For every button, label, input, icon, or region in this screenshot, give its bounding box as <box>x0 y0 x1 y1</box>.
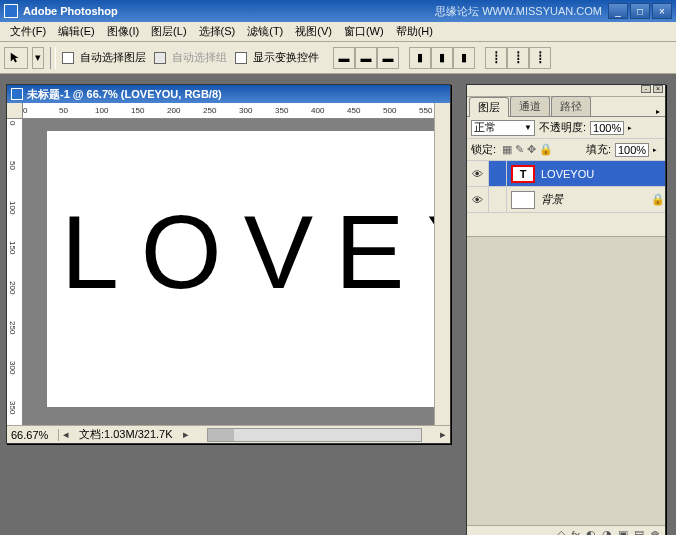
menu-view[interactable]: 视图(V) <box>289 22 338 41</box>
tab-layers[interactable]: 图层 <box>469 97 509 117</box>
menu-window[interactable]: 窗口(W) <box>338 22 390 41</box>
ruler-corner <box>7 103 23 119</box>
document-titlebar[interactable]: 未标题-1 @ 66.7% (LOVEYOU, RGB/8) <box>7 85 450 103</box>
menu-layer[interactable]: 图层(L) <box>145 22 192 41</box>
scrollbar-horizontal[interactable] <box>207 428 422 442</box>
canvas-viewport[interactable]: LOVEY <box>23 119 434 425</box>
align-top-button[interactable]: ▬ <box>333 47 355 69</box>
fill-slider-arrow[interactable]: ▸ <box>653 146 661 154</box>
docsize-readout[interactable]: 文档:1.03M/321.7K <box>73 427 179 442</box>
options-bar: ▾ 自动选择图层 自动选择组 显示变换控件 ▬ ▬ ▬ ▮ ▮ ▮ ┋ ┋ ┋ <box>0 42 676 74</box>
align-right-button[interactable]: ▮ <box>453 47 475 69</box>
zoom-field[interactable]: 66.67% <box>7 429 59 441</box>
layer-name[interactable]: LOVEYOU <box>539 168 665 180</box>
layer-row-background[interactable]: 👁 背景 🔒 <box>467 187 665 213</box>
status-scroll-left[interactable]: ◂ <box>59 428 73 441</box>
layer-mask-button[interactable]: ◐ <box>586 528 596 535</box>
scrollbar-vertical[interactable] <box>434 103 450 425</box>
layers-panel[interactable]: - × 图层 通道 路径 ▸ 正常▼ 不透明度: 100% ▸ 锁定: ▦ ✎ … <box>466 84 666 535</box>
app-icon <box>4 4 18 18</box>
fill-field[interactable]: 100% <box>615 143 649 157</box>
close-button[interactable]: × <box>652 3 672 19</box>
new-layer-button[interactable]: ▤ <box>634 528 644 535</box>
align-group-1: ▬ ▬ ▬ <box>333 47 399 69</box>
distribute-top-button[interactable]: ┋ <box>485 47 507 69</box>
link-column[interactable] <box>489 161 507 186</box>
show-transform-checkbox[interactable] <box>235 52 247 64</box>
lock-transparent-icon[interactable]: ▦ <box>502 143 512 156</box>
lock-row: 锁定: ▦ ✎ ✥ 🔒 填充: 100% ▸ <box>467 139 665 161</box>
layer-thumb-text[interactable]: T <box>511 165 535 183</box>
distribute-group-1: ┋ ┋ ┋ <box>485 47 551 69</box>
menu-filter[interactable]: 滤镜(T) <box>241 22 289 41</box>
opacity-field[interactable]: 100% <box>590 121 624 135</box>
tab-paths[interactable]: 路径 <box>551 96 591 116</box>
menu-select[interactable]: 选择(S) <box>193 22 242 41</box>
canvas-text-loveyou[interactable]: LOVEY <box>47 193 434 312</box>
document-window[interactable]: 未标题-1 @ 66.7% (LOVEYOU, RGB/8) 050100150… <box>6 84 451 444</box>
menubar: 文件(F) 编辑(E) 图像(I) 图层(L) 选择(S) 滤镜(T) 视图(V… <box>0 22 676 42</box>
link-layers-button[interactable]: ⬙ <box>557 528 565 535</box>
app-title: Adobe Photoshop <box>23 5 118 17</box>
menu-help[interactable]: 帮助(H) <box>390 22 439 41</box>
align-left-button[interactable]: ▮ <box>409 47 431 69</box>
lock-all-icon[interactable]: 🔒 <box>539 143 553 156</box>
auto-select-group-checkbox <box>154 52 166 64</box>
panel-empty-area <box>467 237 665 531</box>
opacity-slider-arrow[interactable]: ▸ <box>628 124 636 132</box>
separator <box>50 47 56 69</box>
distribute-vcenter-button[interactable]: ┋ <box>507 47 529 69</box>
minimize-button[interactable]: _ <box>608 3 628 19</box>
auto-select-layer-label: 自动选择图层 <box>80 50 146 65</box>
lock-pixels-icon[interactable]: ✎ <box>515 143 524 156</box>
link-column[interactable] <box>489 187 507 212</box>
lock-label: 锁定: <box>471 142 496 157</box>
titlebar: Adobe Photoshop 思缘论坛 WWW.MISSYUAN.COM _ … <box>0 0 676 22</box>
show-transform-label: 显示变换控件 <box>253 50 319 65</box>
align-vcenter-button[interactable]: ▬ <box>355 47 377 69</box>
status-scroll-right[interactable]: ▸ <box>436 428 450 441</box>
menu-edit[interactable]: 编辑(E) <box>52 22 101 41</box>
tool-preset-dropdown[interactable]: ▾ <box>32 47 44 69</box>
adjustment-layer-button[interactable]: ◑ <box>602 528 612 535</box>
document-icon <box>11 88 23 100</box>
blend-row: 正常▼ 不透明度: 100% ▸ <box>467 117 665 139</box>
delete-layer-button[interactable]: 🗑 <box>650 529 661 536</box>
align-bottom-button[interactable]: ▬ <box>377 47 399 69</box>
move-tool-icon[interactable] <box>4 47 28 69</box>
layer-group-button[interactable]: ▣ <box>618 528 628 535</box>
menu-file[interactable]: 文件(F) <box>4 22 52 41</box>
opacity-label: 不透明度: <box>539 120 586 135</box>
fill-label: 填充: <box>586 142 611 157</box>
panel-tabs: 图层 通道 路径 ▸ <box>467 97 665 117</box>
auto-select-layer-checkbox[interactable] <box>62 52 74 64</box>
panel-menu-button[interactable]: ▸ <box>651 107 665 116</box>
visibility-toggle[interactable]: 👁 <box>467 187 489 212</box>
panel-minimize-button[interactable]: - <box>641 85 651 93</box>
layer-list: 👁 T LOVEYOU 👁 背景 🔒 <box>467 161 665 237</box>
ruler-vertical[interactable]: 050100150200250300350 <box>7 103 23 425</box>
blend-mode-select[interactable]: 正常▼ <box>471 120 535 136</box>
visibility-toggle[interactable]: 👁 <box>467 161 489 186</box>
ruler-horizontal[interactable]: 050100150200250300350400450500550 <box>23 103 434 119</box>
status-menu-arrow[interactable]: ▸ <box>179 428 193 441</box>
document-title: 未标题-1 @ 66.7% (LOVEYOU, RGB/8) <box>27 87 222 102</box>
lock-icon: 🔒 <box>651 193 665 206</box>
workarea: 未标题-1 @ 66.7% (LOVEYOU, RGB/8) 050100150… <box>0 74 676 535</box>
panel-footer: ⬙ fx ◐ ◑ ▣ ▤ 🗑 <box>467 525 665 535</box>
document-statusbar: 66.67% ◂ 文档:1.03M/321.7K ▸ ▸ <box>7 425 450 443</box>
auto-select-group-label: 自动选择组 <box>172 50 227 65</box>
watermark: 思缘论坛 WWW.MISSYUAN.COM <box>118 4 602 19</box>
lock-position-icon[interactable]: ✥ <box>527 143 536 156</box>
maximize-button[interactable]: □ <box>630 3 650 19</box>
tab-channels[interactable]: 通道 <box>510 96 550 116</box>
layer-row-loveyou[interactable]: 👁 T LOVEYOU <box>467 161 665 187</box>
layer-name[interactable]: 背景 <box>539 192 651 207</box>
panel-close-button[interactable]: × <box>653 85 663 93</box>
align-hcenter-button[interactable]: ▮ <box>431 47 453 69</box>
layer-thumb-bg[interactable] <box>511 191 535 209</box>
distribute-bottom-button[interactable]: ┋ <box>529 47 551 69</box>
layer-style-button[interactable]: fx <box>571 529 580 536</box>
menu-image[interactable]: 图像(I) <box>101 22 145 41</box>
canvas[interactable]: LOVEY <box>47 131 434 407</box>
